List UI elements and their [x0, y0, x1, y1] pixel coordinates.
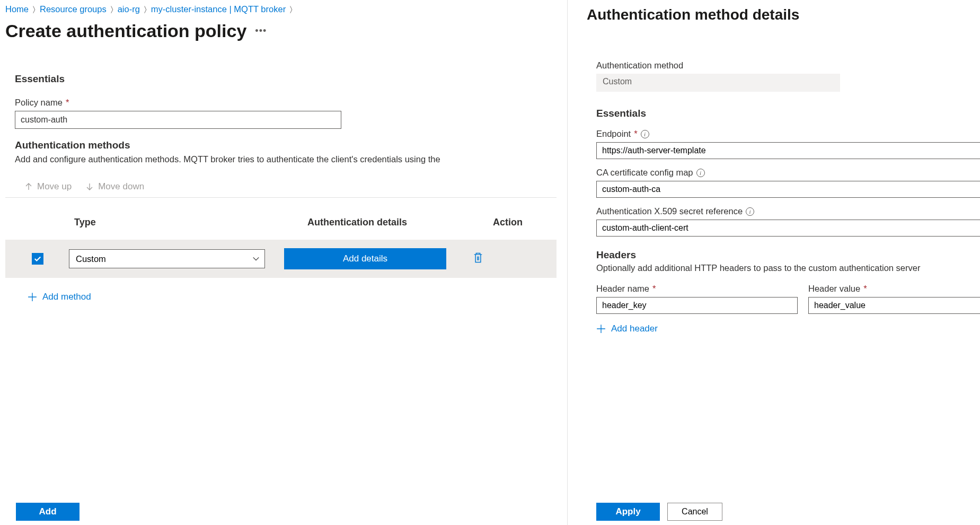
arrow-up-icon: [24, 182, 33, 191]
col-action: Action: [493, 217, 557, 228]
info-icon[interactable]: i: [696, 169, 705, 177]
breadcrumb-cluster[interactable]: my-cluster-instance | MQTT broker: [151, 4, 286, 14]
plus-icon: [596, 324, 606, 334]
plus-icon: [28, 292, 37, 302]
endpoint-input[interactable]: [596, 142, 980, 159]
x509-input[interactable]: [596, 220, 980, 237]
delete-icon[interactable]: [473, 252, 483, 266]
header-value-input[interactable]: [808, 297, 980, 314]
arrow-down-icon: [85, 182, 94, 191]
table-row: Custom Add details: [5, 240, 557, 278]
more-icon[interactable]: •••: [255, 25, 267, 37]
info-icon[interactable]: i: [746, 207, 754, 216]
move-up-button[interactable]: Move up: [24, 181, 72, 192]
check-icon: [34, 255, 41, 262]
type-select[interactable]: Custom: [69, 249, 265, 268]
row-checkbox[interactable]: [32, 253, 43, 265]
add-details-button[interactable]: Add details: [284, 248, 446, 269]
breadcrumb-home[interactable]: Home: [5, 4, 29, 14]
apply-button[interactable]: Apply: [596, 503, 660, 521]
header-name-label: Header name*: [596, 284, 798, 294]
ca-cert-label: CA certificate config map i: [596, 168, 980, 178]
header-name-input[interactable]: [596, 297, 798, 314]
cancel-button[interactable]: Cancel: [667, 503, 722, 521]
table-header: Type Authentication details Action: [5, 214, 557, 240]
ca-cert-input[interactable]: [596, 181, 980, 198]
chevron-right-icon: 〉: [144, 5, 147, 14]
auth-methods-desc: Add and configure authentication methods…: [5, 154, 557, 164]
header-value-label: Header value*: [808, 284, 980, 294]
essentials-heading: Essentials: [5, 73, 557, 85]
chevron-right-icon: 〉: [290, 5, 293, 14]
panel-essentials-heading: Essentials: [596, 108, 980, 119]
auth-method-label: Authentication method: [596, 60, 980, 71]
chevron-right-icon: 〉: [111, 5, 113, 14]
info-icon[interactable]: i: [641, 130, 649, 138]
endpoint-label: Endpoint* i: [596, 129, 980, 139]
policy-name-label: Policy name*: [15, 98, 557, 108]
headers-heading: Headers: [596, 249, 980, 261]
col-type: Type: [64, 217, 223, 228]
auth-methods-heading: Authentication methods: [5, 139, 557, 151]
add-method-button[interactable]: Add method: [28, 292, 91, 302]
x509-label: Authentication X.509 secret reference i: [596, 206, 980, 216]
col-auth-details: Authentication details: [307, 217, 456, 228]
auth-method-value: Custom: [596, 74, 840, 92]
breadcrumb: Home 〉 Resource groups 〉 aio-rg 〉 my-clu…: [5, 4, 557, 14]
add-button[interactable]: Add: [16, 503, 80, 521]
breadcrumb-aio-rg[interactable]: aio-rg: [118, 4, 140, 14]
headers-desc: Optionally add additional HTTP headers t…: [596, 263, 980, 273]
breadcrumb-resource-groups[interactable]: Resource groups: [40, 4, 107, 14]
chevron-right-icon: 〉: [33, 5, 36, 14]
add-header-button[interactable]: Add header: [596, 323, 658, 334]
move-down-button[interactable]: Move down: [85, 181, 144, 192]
policy-name-input[interactable]: [15, 111, 341, 129]
page-title: Create authentication policy: [5, 21, 246, 41]
panel-title: Authentication method details: [587, 6, 980, 23]
